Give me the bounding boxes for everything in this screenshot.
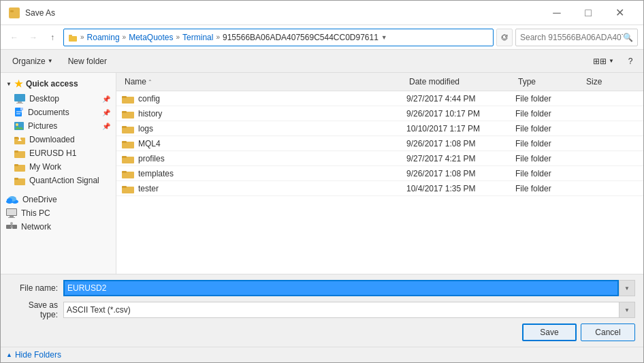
file-type: File folder (515, 139, 583, 148)
search-input[interactable] (520, 33, 623, 42)
file-list-header: Name ⌃ Date modified Type Size (116, 73, 643, 91)
col-header-type[interactable]: Type (515, 74, 583, 89)
folder-icon (122, 93, 134, 104)
table-row[interactable]: history 9/26/2017 10:17 PM File folder (116, 106, 643, 121)
back-button[interactable]: ← (6, 29, 22, 46)
svg-rect-5 (18, 101, 22, 103)
action-row: Save Cancel (9, 323, 635, 341)
sidebar-item-quantaction[interactable]: QuantAction Signal (1, 174, 116, 187)
file-name-cell: tester (122, 182, 406, 195)
svg-rect-18 (19, 137, 20, 140)
table-row[interactable]: profiles 9/27/2017 4:21 PM File folder (116, 151, 643, 166)
col-date-label: Date modified (409, 77, 460, 86)
file-name: history (138, 109, 162, 119)
search-icon: 🔍 (623, 33, 633, 42)
svg-rect-35 (10, 226, 13, 227)
file-type: File folder (515, 169, 583, 178)
eurusd-folder-icon (14, 148, 25, 158)
sidebar-item-mywork-label: My Work (29, 162, 61, 172)
file-type: File folder (515, 94, 583, 104)
sidebar-item-documents[interactable]: Documents 📌 (1, 106, 116, 119)
file-name-cell: history (122, 107, 406, 120)
sidebar-item-eurusd-label: EURUSD H1 (29, 148, 76, 158)
svg-rect-49 (122, 171, 127, 173)
col-header-name[interactable]: Name ⌃ (122, 74, 406, 89)
file-date: 9/26/2017 10:17 PM (406, 109, 515, 119)
desktop-icon (14, 94, 25, 104)
folder-icon (122, 183, 134, 193)
save-as-window: Save As ─ □ ✕ ← → ↑ » Roaming » MetaQuot… (0, 0, 644, 363)
svg-rect-30 (7, 209, 16, 215)
main-content: ▼ ★ Quick access Desktop 📌 (1, 73, 643, 274)
organize-label: Organize (12, 57, 46, 66)
sidebar-item-network[interactable]: Network (1, 220, 116, 234)
svg-rect-4 (14, 94, 25, 101)
view-dropdown-icon: ▼ (609, 58, 614, 64)
breadcrumb[interactable]: » Roaming » MetaQuotes » Terminal » 9155… (63, 29, 494, 46)
close-button[interactable]: ✕ (604, 3, 635, 23)
breadcrumb-roaming[interactable]: Roaming (87, 33, 120, 42)
new-folder-button[interactable]: New folder (62, 54, 113, 69)
save-as-type-select[interactable]: ASCII Text (*.csv) CSV (*.csv) Text (*.t… (63, 302, 635, 318)
sidebar-item-eurusd[interactable]: EURUSD H1 (1, 146, 116, 160)
title-controls: ─ □ ✕ (541, 3, 635, 23)
maximize-button[interactable]: □ (573, 3, 604, 23)
col-header-date[interactable]: Date modified (406, 74, 515, 89)
sidebar-item-mywork[interactable]: My Work (1, 160, 116, 174)
onedrive-icon (6, 195, 18, 204)
organize-dropdown-icon: ▼ (48, 58, 53, 64)
file-name-input[interactable] (63, 280, 619, 296)
search-box: 🔍 (515, 29, 638, 46)
table-row[interactable]: config 9/27/2017 4:44 PM File folder (116, 91, 643, 106)
file-name: tester (138, 184, 159, 193)
sidebar: ▼ ★ Quick access Desktop 📌 (1, 73, 116, 274)
svg-rect-43 (122, 126, 127, 128)
hide-folders-bar[interactable]: ▲ Hide Folders (1, 347, 643, 362)
sidebar-item-downloaded[interactable]: Downloaded (1, 133, 116, 146)
breadcrumb-metaquotes[interactable]: MetaQuotes (129, 33, 173, 42)
table-row[interactable]: MQL4 9/26/2017 1:08 PM File folder (116, 136, 643, 151)
refresh-icon (500, 33, 509, 42)
table-row[interactable]: logs 10/10/2017 1:17 PM File folder (116, 121, 643, 136)
save-button[interactable]: Save (522, 323, 577, 341)
refresh-button[interactable] (496, 29, 513, 46)
sidebar-item-pictures[interactable]: Pictures 📌 (1, 119, 116, 133)
svg-rect-45 (122, 141, 127, 143)
pin-desktop-icon: 📌 (102, 95, 110, 103)
help-button[interactable]: ? (623, 54, 638, 69)
breadcrumb-terminal[interactable]: Terminal (182, 33, 213, 42)
table-row[interactable]: templates 9/26/2017 1:08 PM File folder (116, 166, 643, 181)
file-type: File folder (515, 154, 583, 163)
sidebar-item-desktop[interactable]: Desktop 📌 (1, 92, 116, 106)
save-as-type-label: Save as type: (9, 300, 63, 319)
table-row[interactable]: tester 10/4/2017 1:35 PM File folder (116, 181, 643, 196)
file-date: 9/27/2017 4:44 PM (406, 94, 515, 104)
folder-icon (122, 153, 134, 163)
view-button[interactable]: ⊞⊞ ▼ (587, 54, 620, 69)
sidebar-item-onedrive[interactable]: OneDrive (1, 193, 116, 206)
breadcrumb-id: 915566BA06ADA407569C544CC0D97611 (223, 33, 379, 42)
breadcrumb-dropdown-icon[interactable]: ▼ (381, 34, 387, 41)
bottom-bar: File name: ▼ Save as type: ASCII Text (*… (1, 274, 643, 347)
new-folder-label: New folder (68, 57, 107, 66)
documents-icon (14, 108, 24, 117)
up-button[interactable]: ↑ (44, 29, 61, 46)
organize-button[interactable]: Organize ▼ (6, 54, 59, 69)
help-icon: ? (628, 57, 633, 66)
file-name-dropdown-icon[interactable]: ▼ (619, 280, 635, 296)
col-header-size[interactable]: Size (583, 74, 638, 89)
file-name: templates (138, 169, 174, 178)
breadcrumb-folder-icon (68, 33, 78, 42)
forward-button[interactable]: → (25, 29, 42, 46)
toolbar: Organize ▼ New folder ⊞⊞ ▼ ? (1, 50, 643, 73)
cancel-button[interactable]: Cancel (581, 323, 635, 341)
sidebar-item-thispc[interactable]: This PC (1, 206, 116, 220)
svg-rect-34 (12, 225, 17, 229)
sort-arrow-icon: ⌃ (148, 79, 152, 85)
svg-rect-3 (69, 36, 77, 42)
svg-rect-31 (10, 216, 14, 217)
minimize-button[interactable]: ─ (541, 3, 573, 23)
quick-access-label: Quick access (26, 79, 78, 89)
sidebar-section-quick-access[interactable]: ▼ ★ Quick access (1, 76, 116, 92)
file-date: 9/26/2017 1:08 PM (406, 139, 515, 148)
